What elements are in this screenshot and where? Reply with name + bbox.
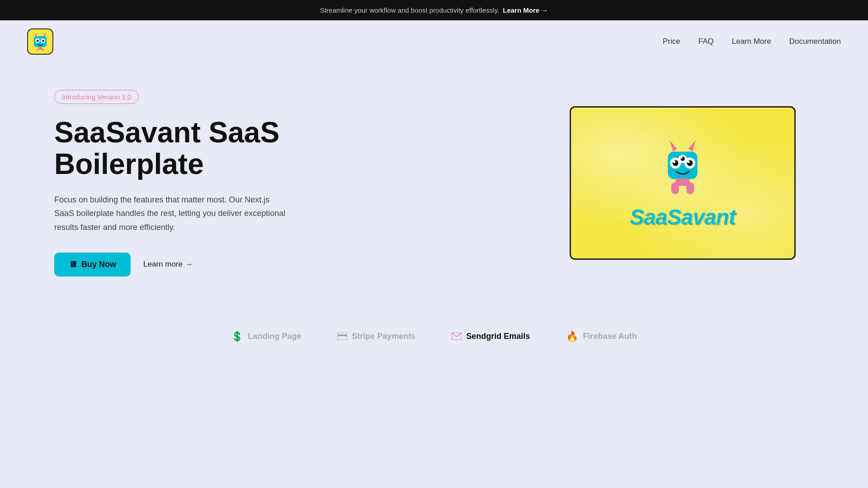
sendgrid-icon bbox=[452, 331, 462, 343]
hero-brand-text: SaaSavant bbox=[630, 205, 736, 230]
nav-item-faq[interactable]: FAQ bbox=[698, 37, 714, 46]
banner-text: Streamline your workflow and boost produ… bbox=[320, 6, 499, 14]
learn-more-arrow-icon: → bbox=[185, 260, 193, 269]
sendgrid-emails-label: Sendgrid Emails bbox=[466, 332, 530, 341]
hero-image-card: SaaSavant bbox=[570, 106, 796, 260]
hero-right: SaaSavant bbox=[326, 106, 814, 260]
svg-rect-11 bbox=[42, 49, 44, 51]
banner-link[interactable]: Learn More → bbox=[503, 6, 548, 14]
nav-item-price[interactable]: Price bbox=[663, 37, 680, 46]
learn-more-button[interactable]: Learn more → bbox=[143, 260, 193, 269]
hero-description: Focus on building the features that matt… bbox=[54, 193, 289, 235]
logo-icon bbox=[30, 32, 50, 52]
buy-icon: 🖥 bbox=[69, 260, 77, 269]
svg-point-6 bbox=[42, 40, 44, 42]
svg-point-21 bbox=[673, 160, 676, 163]
svg-point-23 bbox=[680, 156, 683, 159]
hero-title-line2: Boilerplate bbox=[54, 148, 204, 180]
learn-more-label: Learn more bbox=[143, 260, 183, 269]
banner-arrow-icon: → bbox=[541, 6, 548, 14]
feature-sendgrid-emails: Sendgrid Emails bbox=[452, 331, 530, 343]
hero-actions: 🖥 Buy Now Learn more → bbox=[54, 253, 326, 277]
svg-marker-14 bbox=[688, 140, 696, 151]
firebase-auth-label: Firebase Auth bbox=[583, 332, 637, 341]
nav-links: Price FAQ Learn More Documentation bbox=[663, 37, 841, 46]
hero-section: Introducing Version 1.0 SaaSavant SaaS B… bbox=[0, 63, 868, 295]
nav-item-learn-more[interactable]: Learn More bbox=[732, 37, 771, 46]
svg-rect-26 bbox=[686, 183, 694, 194]
mascot-container: SaaSavant bbox=[630, 137, 736, 230]
banner-link-label: Learn More bbox=[503, 6, 539, 14]
nav-link-documentation[interactable]: Documentation bbox=[789, 37, 841, 46]
navbar: Price FAQ Learn More Documentation bbox=[0, 20, 868, 63]
svg-marker-13 bbox=[670, 140, 677, 151]
hero-title-line1: SaaSavant SaaS bbox=[54, 116, 279, 149]
nav-link-faq[interactable]: FAQ bbox=[698, 37, 714, 46]
buy-now-label: Buy Now bbox=[81, 260, 116, 269]
svg-marker-1 bbox=[34, 33, 38, 36]
svg-point-5 bbox=[37, 40, 39, 42]
nav-item-documentation[interactable]: Documentation bbox=[789, 37, 841, 46]
landing-page-label: Landing Page bbox=[248, 332, 301, 341]
firebase-icon: 🔥 bbox=[566, 331, 578, 343]
svg-marker-2 bbox=[43, 33, 46, 36]
hero-title: SaaSavant SaaS Boilerplate bbox=[54, 117, 326, 180]
sendgrid-emails-icon bbox=[452, 333, 462, 340]
logo[interactable] bbox=[27, 28, 53, 55]
stripe-payments-label: Stripe Payments bbox=[352, 332, 415, 341]
feature-firebase-auth: 🔥 Firebase Auth bbox=[566, 331, 637, 343]
version-badge: Introducing Version 1.0 bbox=[54, 90, 139, 104]
svg-point-8 bbox=[42, 40, 43, 41]
mascot-icon bbox=[653, 137, 712, 200]
svg-rect-25 bbox=[671, 183, 679, 194]
stripe-payments-icon bbox=[337, 333, 347, 340]
svg-point-22 bbox=[687, 160, 690, 163]
feature-landing-page: 💲 Landing Page bbox=[231, 331, 301, 343]
svg-point-7 bbox=[37, 40, 38, 41]
landing-page-icon: 💲 bbox=[231, 331, 243, 343]
feature-stripe-payments: Stripe Payments bbox=[337, 331, 415, 343]
nav-link-price[interactable]: Price bbox=[663, 37, 680, 46]
hero-left: Introducing Version 1.0 SaaSavant SaaS B… bbox=[54, 90, 326, 277]
svg-rect-9 bbox=[38, 47, 42, 50]
top-banner: Streamline your workflow and boost produ… bbox=[0, 0, 868, 20]
nav-link-learn-more[interactable]: Learn More bbox=[732, 37, 771, 46]
svg-rect-10 bbox=[37, 49, 39, 51]
buy-now-button[interactable]: 🖥 Buy Now bbox=[54, 253, 131, 277]
svg-rect-28 bbox=[337, 334, 347, 336]
features-bar: 💲 Landing Page Stripe Payments Sendgrid … bbox=[0, 313, 868, 352]
stripe-icon bbox=[337, 331, 347, 343]
